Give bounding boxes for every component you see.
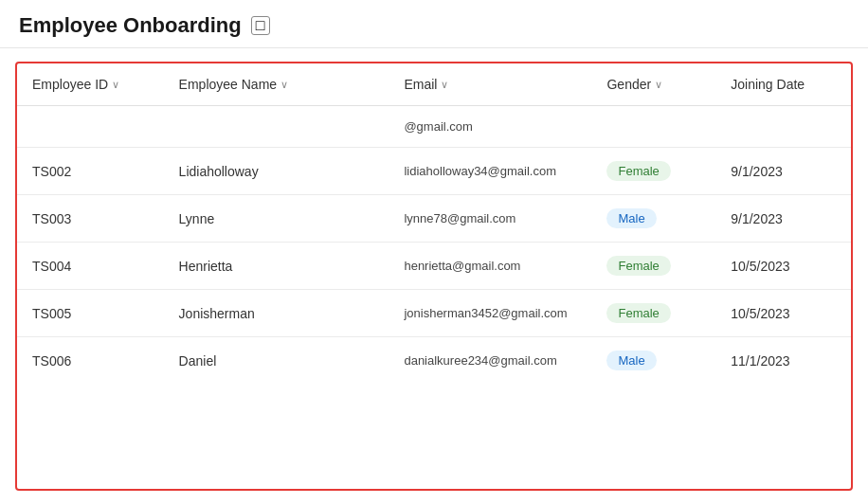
cell-emp-id: TS002 xyxy=(17,148,164,195)
col-header-emp-name[interactable]: Employee Name ∨ xyxy=(164,63,389,106)
partial-emp-name xyxy=(164,106,389,148)
cell-joining-date: 11/1/2023 xyxy=(715,337,851,385)
partial-gender xyxy=(591,106,715,148)
table-row-partial: @gmail.com xyxy=(17,106,851,148)
cell-joining-date: 10/5/2023 xyxy=(715,290,851,337)
table-row: TS006 Daniel danialkuree234@gmail.com Ma… xyxy=(17,337,851,385)
cell-emp-name: Lynne xyxy=(164,195,389,243)
cell-emp-name: Jonisherman xyxy=(164,290,389,337)
gender-badge: Female xyxy=(606,256,670,276)
cell-gender: Female xyxy=(591,148,715,195)
table-header-row: Employee ID ∨ Employee Name ∨ Email xyxy=(17,63,851,106)
cell-email: lidiaholloway34@gmail.com xyxy=(389,148,591,195)
table-row: TS004 Henrietta henrietta@gmail.com Fema… xyxy=(17,243,851,290)
col-header-emp-id[interactable]: Employee ID ∨ xyxy=(17,63,164,106)
cell-gender: Female xyxy=(591,290,715,337)
employee-table: Employee ID ∨ Employee Name ∨ Email xyxy=(17,63,851,384)
page-title: Employee Onboarding xyxy=(19,13,242,38)
partial-emp-id xyxy=(17,106,164,148)
gender-badge: Male xyxy=(606,351,656,370)
sort-icon-gender: ∨ xyxy=(655,79,662,91)
cell-gender: Female xyxy=(591,243,715,290)
col-header-gender[interactable]: Gender ∨ xyxy=(591,63,715,106)
page-header: Employee Onboarding □ xyxy=(0,0,868,48)
table-row: TS005 Jonisherman jonisherman3452@gmail.… xyxy=(17,290,851,337)
header-icon[interactable]: □ xyxy=(251,16,270,35)
cell-joining-date: 9/1/2023 xyxy=(715,195,851,243)
cell-gender: Male xyxy=(591,195,715,243)
partial-email: @gmail.com xyxy=(389,106,591,148)
col-header-email[interactable]: Email ∨ xyxy=(389,63,591,106)
cell-emp-name: Henrietta xyxy=(164,243,389,290)
cell-joining-date: 10/5/2023 xyxy=(715,243,851,290)
table-row: TS003 Lynne lynne78@gmail.com Male 9/1/2… xyxy=(17,195,851,243)
cell-emp-name: Lidiaholloway xyxy=(164,148,389,195)
employee-table-container: Employee ID ∨ Employee Name ∨ Email xyxy=(15,62,853,491)
cell-email: lynne78@gmail.com xyxy=(389,195,591,243)
gender-badge: Female xyxy=(606,303,670,323)
sort-icon-emp-id: ∨ xyxy=(112,79,119,91)
partial-date xyxy=(715,106,851,148)
cell-email: henrietta@gmail.com xyxy=(389,243,591,290)
gender-badge: Female xyxy=(606,161,670,181)
cell-emp-id: TS004 xyxy=(17,243,164,290)
table-row: TS002 Lidiaholloway lidiaholloway34@gmai… xyxy=(17,148,851,195)
cell-emp-id: TS006 xyxy=(17,337,164,385)
cell-joining-date: 9/1/2023 xyxy=(715,148,851,195)
cell-email: jonisherman3452@gmail.com xyxy=(389,290,591,337)
cell-emp-name: Daniel xyxy=(164,337,389,385)
page-wrapper: Employee Onboarding □ Employee ID ∨ Empl… xyxy=(0,0,868,504)
cell-email: danialkuree234@gmail.com xyxy=(389,337,591,385)
cell-emp-id: TS003 xyxy=(17,195,164,243)
gender-badge: Male xyxy=(606,208,656,228)
cell-gender: Male xyxy=(591,337,715,385)
sort-icon-email: ∨ xyxy=(441,79,448,91)
cell-emp-id: TS005 xyxy=(17,290,164,337)
sort-icon-emp-name: ∨ xyxy=(280,79,288,91)
col-header-joining-date: Joining Date xyxy=(715,63,851,106)
